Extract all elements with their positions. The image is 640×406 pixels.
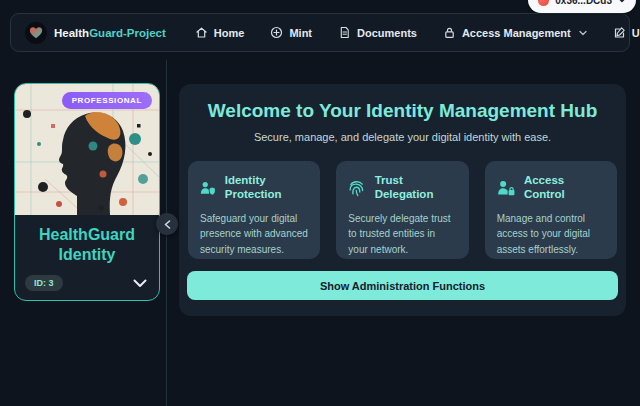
- nav-label: Access Management: [462, 27, 571, 39]
- professional-badge: PROFESSIONAL: [62, 92, 152, 109]
- nav-item-home[interactable]: Home: [186, 20, 254, 45]
- identity-id-badge: ID: 3: [25, 275, 63, 291]
- feature-title: Identity Protection: [225, 174, 309, 202]
- chevron-down-icon: [618, 0, 626, 4]
- nav-label: Mint: [289, 27, 312, 39]
- page-title: Welcome to Your Identity Management Hub: [187, 100, 618, 122]
- feature-description: Safeguard your digital presence with adv…: [200, 211, 308, 258]
- nav-item-documents[interactable]: Documents: [329, 20, 426, 45]
- identity-card-art: PROFESSIONAL: [15, 84, 159, 215]
- feature-title: Trust Delegation: [375, 174, 457, 202]
- chevron-left-icon: [164, 220, 171, 229]
- feature-card-trust-delegation: Trust Delegation Securely delegate trust…: [336, 161, 468, 259]
- nav-item-mint[interactable]: Mint: [261, 20, 321, 45]
- identity-card-info: HealthGuard Identity ID: 3: [15, 215, 159, 299]
- sidebar-collapse-button[interactable]: [156, 213, 178, 235]
- feature-description: Manage and control access to your digita…: [497, 211, 605, 258]
- home-icon: [195, 26, 208, 39]
- brand-name: HealthGuard-Project: [54, 27, 166, 39]
- nav-item-updateinfo[interactable]: UpdateInfo: [604, 20, 640, 45]
- wallet-button[interactable]: 0x36...DCd3: [528, 0, 636, 13]
- fingerprint-icon: [348, 179, 365, 197]
- identity-card[interactable]: PROFESSIONAL HealthGuard Identity ID: 3: [14, 83, 160, 301]
- wallet-address: 0x36...DCd3: [555, 0, 612, 6]
- chevron-down-icon: [133, 279, 147, 288]
- wallet-avatar: [538, 0, 549, 6]
- main-area: Welcome to Your Identity Management Hub …: [167, 60, 640, 406]
- user-lock-icon: [497, 179, 515, 197]
- feature-cards: Identity Protection Safeguard your digit…: [187, 161, 618, 259]
- brand[interactable]: HealthGuard-Project: [25, 22, 166, 44]
- heart-logo-icon: [25, 22, 47, 44]
- lock-icon: [443, 26, 456, 39]
- identity-card-title: HealthGuard Identity: [25, 225, 149, 264]
- nav-item-access-management[interactable]: Access Management: [434, 20, 596, 45]
- nav-label: UpdateInfo: [632, 27, 640, 39]
- feature-title: Access Control: [524, 174, 605, 202]
- nav-label: Home: [214, 27, 245, 39]
- show-administration-functions-button[interactable]: Show Administration Functions: [187, 271, 618, 300]
- sidebar: PROFESSIONAL HealthGuard Identity ID: 3: [0, 60, 167, 406]
- navbar: HealthGuard-Project Home Mint: [10, 13, 630, 52]
- welcome-panel: Welcome to Your Identity Management Hub …: [179, 84, 626, 316]
- expand-card-button[interactable]: [131, 277, 149, 290]
- feature-description: Securely delegate trust to trusted entit…: [348, 211, 456, 258]
- feature-card-identity-protection: Identity Protection Safeguard your digit…: [188, 161, 320, 259]
- edit-icon: [613, 26, 626, 39]
- chevron-down-icon: [579, 29, 587, 37]
- nav-label: Documents: [357, 27, 417, 39]
- plus-circle-icon: [270, 26, 283, 39]
- content: PROFESSIONAL HealthGuard Identity ID: 3: [0, 60, 640, 406]
- feature-card-access-control: Access Control Manage and control access…: [485, 161, 617, 259]
- nav-items: Home Mint Documents: [186, 20, 640, 45]
- page-subtitle: Secure, manage, and delegate your digita…: [187, 131, 618, 143]
- user-shield-icon: [200, 179, 216, 197]
- document-icon: [338, 26, 351, 39]
